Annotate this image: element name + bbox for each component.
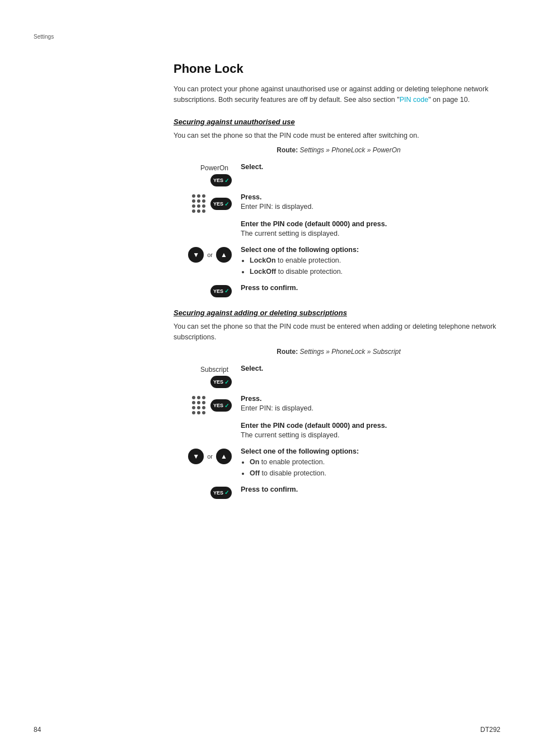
yes-text: YES [213, 379, 223, 385]
section2-step4: ▼ or ▲ Select one of the following optio… [174, 447, 504, 479]
dot [202, 411, 205, 414]
section1-step5: YES ✓ Press to confirm. [174, 284, 504, 297]
step2d-title: Select one of the following options: [241, 447, 504, 455]
lockon-label: LockOn [250, 256, 276, 264]
section1-step3: Enter the PIN code (default 0000) and pr… [174, 220, 504, 239]
section2-step1-icon-col: Subscript YES ✓ [174, 365, 241, 388]
page-number: 84 [34, 726, 41, 734]
step1b-body: Enter PIN: is displayed. [241, 202, 504, 212]
section1-step3-text: Enter the PIN code (default 0000) and pr… [241, 220, 504, 239]
pin-code-link[interactable]: PIN code [400, 96, 428, 104]
arrow-down-btn-1[interactable]: ▼ [188, 247, 204, 263]
dot [197, 204, 200, 208]
section2-step3-text: Enter the PIN code (default 0000) and pr… [241, 422, 504, 441]
keypad-icon-2 [192, 396, 206, 415]
step1d-title: Select one of the following options: [241, 246, 504, 254]
dot [197, 401, 200, 404]
yes-button-6[interactable]: YES ✓ [210, 487, 232, 499]
bullet-item: On to enable protection. [250, 456, 504, 468]
section1-step2: YES ✓ Press. Enter PIN: is displayed. [174, 193, 504, 213]
dot [202, 209, 205, 213]
arrow-up-btn-1[interactable]: ▲ [216, 247, 232, 263]
bullet-item: LockOff to disable protection. [250, 266, 504, 277]
subscript-label: Subscript [200, 366, 228, 374]
yes-text: YES [213, 490, 223, 496]
yes-text: YES [213, 403, 223, 408]
footer: 84 DT292 [0, 726, 534, 734]
section2-step2-text: Press. Enter PIN: is displayed. [241, 395, 504, 414]
dot [202, 194, 205, 198]
checkmark-icon-6: ✓ [224, 489, 229, 496]
step2c-body: The current setting is displayed. [241, 431, 504, 441]
section2: Securing against adding or deleting subs… [174, 309, 504, 499]
dot [202, 199, 205, 203]
section1-step2-text: Press. Enter PIN: is displayed. [241, 193, 504, 212]
yes-button-5[interactable]: YES ✓ [210, 399, 232, 412]
dot [197, 406, 200, 409]
dot [197, 396, 200, 399]
section1-step5-text: Press to confirm. [241, 284, 504, 293]
section1-step4: ▼ or ▲ Select one of the following optio… [174, 246, 504, 277]
checkmark-icon-1: ✓ [224, 178, 229, 184]
section2-step1: Subscript YES ✓ Select. [174, 365, 504, 388]
section2-heading: Securing against adding or deleting subs… [174, 309, 504, 317]
intro-text: You can protect your phone against unaut… [174, 84, 504, 105]
yes-text: YES [213, 201, 223, 207]
section2-step4-text: Select one of the following options: On … [241, 447, 504, 479]
arrow-up-btn-2[interactable]: ▲ [216, 449, 232, 464]
section2-step2: YES ✓ Press. Enter PIN: is displayed. [174, 395, 504, 415]
checkmark-icon-4: ✓ [224, 379, 229, 385]
lockoff-label: LockOff [250, 268, 276, 276]
step1e-title: Press to confirm. [241, 284, 504, 292]
dot [202, 396, 205, 399]
step2e-title: Press to confirm. [241, 486, 504, 493]
section2-step2-icon-col: YES ✓ [174, 395, 241, 415]
on-label: On [250, 458, 259, 466]
keypad-yes-row-1: YES ✓ [192, 194, 232, 213]
dot [197, 194, 200, 198]
dot [192, 199, 195, 203]
yes-button-4[interactable]: YES ✓ [210, 376, 232, 388]
section1-step3-icon-col [174, 220, 241, 221]
step2d-bullets: On to enable protection. Off to disable … [250, 456, 504, 479]
step2c-title: Enter the PIN code (default 0000) and pr… [241, 422, 504, 430]
poweron-label: PowerOn [200, 164, 228, 172]
section2-step1-text: Select. [241, 365, 504, 374]
dot [202, 401, 205, 404]
nav-arrows-1: ▼ or ▲ [188, 247, 232, 263]
section2-step5-text: Press to confirm. [241, 486, 504, 494]
checkmark-icon-5: ✓ [224, 403, 229, 409]
dot [192, 406, 195, 409]
step1d-bullets: LockOn to enable protection. LockOff to … [250, 255, 504, 277]
checkmark-icon-2: ✓ [224, 201, 229, 207]
yes-button-2[interactable]: YES ✓ [210, 198, 232, 210]
section2-step5-icon-col: YES ✓ [174, 486, 241, 499]
section1-step4-icon-col: ▼ or ▲ [174, 246, 241, 263]
section2-step4-icon-col: ▼ or ▲ [174, 447, 241, 464]
section1-step2-icon-col: YES ✓ [174, 193, 241, 213]
step2b-body: Enter PIN: is displayed. [241, 404, 504, 414]
yes-text: YES [213, 178, 223, 183]
page-container: Settings Phone Lock You can protect your… [0, 0, 534, 756]
section2-route: Route: Settings » PhoneLock » Subscript [174, 348, 504, 356]
section1-step1: PowerOn YES ✓ Select. [174, 163, 504, 186]
dot [192, 209, 195, 213]
product-name: DT292 [480, 726, 500, 734]
dot [197, 199, 200, 203]
off-label: Off [250, 469, 260, 477]
section2-step3: Enter the PIN code (default 0000) and pr… [174, 422, 504, 441]
step1a-title: Select. [241, 163, 504, 171]
dot [192, 396, 195, 399]
arrow-down-btn-2[interactable]: ▼ [188, 449, 204, 464]
nav-arrows-2: ▼ or ▲ [188, 449, 232, 464]
section1-desc: You can set the phone so that the PIN co… [174, 130, 504, 141]
dot [202, 204, 205, 208]
bullet-item: LockOn to enable protection. [250, 255, 504, 266]
section2-step3-icon-col [174, 422, 241, 423]
yes-button-3[interactable]: YES ✓ [210, 285, 232, 297]
dot [197, 209, 200, 213]
page-title: Phone Lock [174, 62, 504, 76]
yes-button-1[interactable]: YES ✓ [210, 174, 232, 186]
section1-step4-text: Select one of the following options: Loc… [241, 246, 504, 277]
breadcrumb: Settings [34, 34, 54, 40]
